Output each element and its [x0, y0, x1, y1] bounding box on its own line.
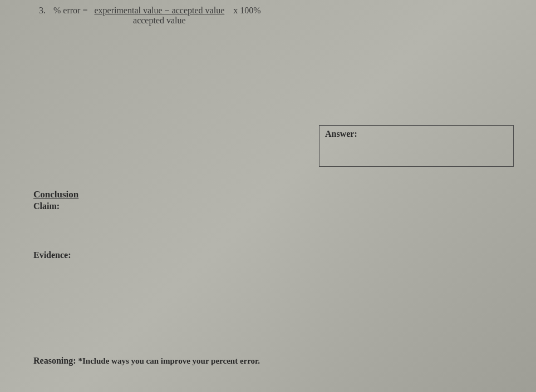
fraction: experimental value − accepted value acce…	[93, 6, 225, 26]
answer-box[interactable]: Answer:	[319, 125, 514, 167]
question-number: 3.	[39, 6, 49, 16]
fraction-denominator: accepted value	[133, 16, 186, 26]
evidence-label: Evidence:	[33, 250, 71, 260]
reasoning-label: Reasoning:	[33, 356, 76, 365]
conclusion-heading: Conclusion	[33, 189, 78, 200]
fraction-numerator: experimental value − accepted value	[93, 6, 225, 16]
conclusion-section: Conclusion Claim:	[33, 189, 78, 211]
claim-label: Claim:	[33, 201, 78, 211]
reasoning-note: *Include ways you can improve your perce…	[78, 356, 260, 365]
question-row: 3. % error = experimental value − accept…	[39, 6, 503, 26]
times-text: x 100%	[233, 6, 260, 16]
answer-label: Answer:	[325, 129, 508, 139]
evidence-section: Evidence:	[33, 250, 71, 260]
reasoning-section: Reasoning: *Include ways you can improve…	[33, 356, 260, 366]
formula-block: % error = experimental value − accepted …	[53, 6, 261, 26]
formula-label: % error =	[53, 6, 87, 16]
